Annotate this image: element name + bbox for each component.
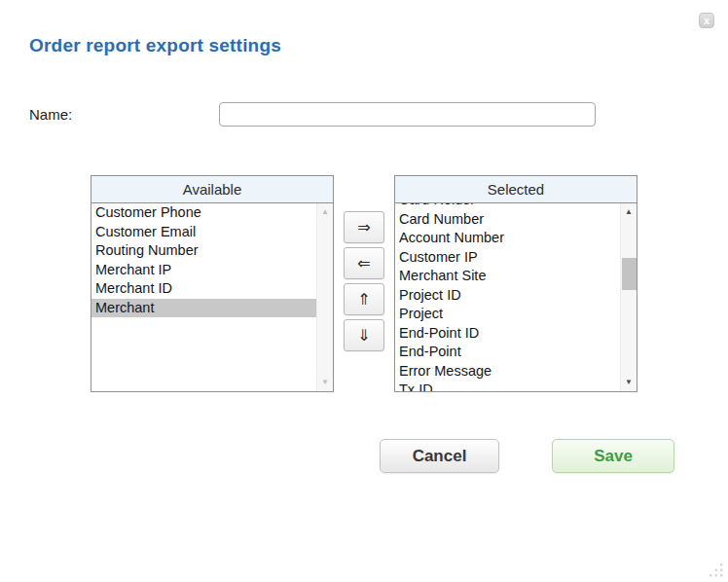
selected-list-area: Card Holder Card Number Account Number C… bbox=[395, 203, 637, 391]
list-item[interactable]: Error Message bbox=[395, 362, 620, 382]
name-input[interactable] bbox=[219, 102, 596, 127]
list-item[interactable]: Merchant ID bbox=[91, 279, 316, 299]
dialog-title: Order report export settings bbox=[29, 35, 281, 56]
scroll-up-icon[interactable]: ▲ bbox=[317, 203, 333, 221]
list-item[interactable]: Card Number bbox=[395, 210, 620, 230]
name-label: Name: bbox=[29, 106, 72, 123]
scroll-down-icon[interactable]: ▼ bbox=[317, 374, 333, 391]
list-item[interactable]: Project bbox=[395, 305, 620, 324]
list-item[interactable]: Customer Phone bbox=[91, 203, 316, 223]
available-scrollbar[interactable]: ▲ ▼ bbox=[316, 203, 333, 391]
list-item[interactable]: Merchant Site bbox=[395, 267, 620, 286]
move-right-button[interactable]: ⇒ bbox=[344, 211, 384, 243]
selected-listbox: Selected Card Holder Card Number Account… bbox=[394, 175, 637, 392]
list-item[interactable]: Project ID bbox=[395, 286, 620, 306]
move-down-button[interactable]: ⇓ bbox=[344, 319, 384, 351]
selected-scrollbar[interactable]: ▲ ▼ bbox=[620, 203, 637, 391]
list-item-highlighted[interactable]: Merchant bbox=[91, 299, 316, 318]
list-item[interactable]: Routing Number bbox=[91, 241, 316, 261]
list-item[interactable]: End-Point ID bbox=[395, 324, 620, 344]
move-up-button[interactable]: ⇑ bbox=[344, 283, 384, 315]
list-item[interactable]: Customer Email bbox=[91, 223, 316, 242]
export-settings-dialog: Order report export settings x Name: Ava… bbox=[0, 0, 728, 582]
scroll-up-icon[interactable]: ▲ bbox=[621, 203, 637, 221]
list-item[interactable]: End-Point bbox=[395, 343, 620, 362]
selected-header: Selected bbox=[395, 176, 637, 203]
list-item[interactable]: Merchant IP bbox=[91, 261, 316, 280]
resize-grip-icon[interactable] bbox=[709, 563, 724, 578]
list-item[interactable]: Tx ID bbox=[395, 381, 620, 391]
available-list-area: Customer Phone Customer Email Routing Nu… bbox=[91, 203, 333, 391]
list-item[interactable]: Account Number bbox=[395, 229, 620, 248]
close-icon[interactable]: x bbox=[699, 13, 714, 28]
cancel-button[interactable]: Cancel bbox=[380, 439, 499, 473]
scrollbar-thumb[interactable] bbox=[622, 258, 637, 290]
list-item[interactable]: Customer IP bbox=[395, 248, 620, 268]
move-left-button[interactable]: ⇐ bbox=[344, 247, 384, 279]
available-header: Available bbox=[91, 176, 333, 203]
scroll-down-icon[interactable]: ▼ bbox=[621, 374, 637, 391]
save-button[interactable]: Save bbox=[552, 439, 674, 473]
available-listbox: Available Customer Phone Customer Email … bbox=[91, 175, 334, 392]
